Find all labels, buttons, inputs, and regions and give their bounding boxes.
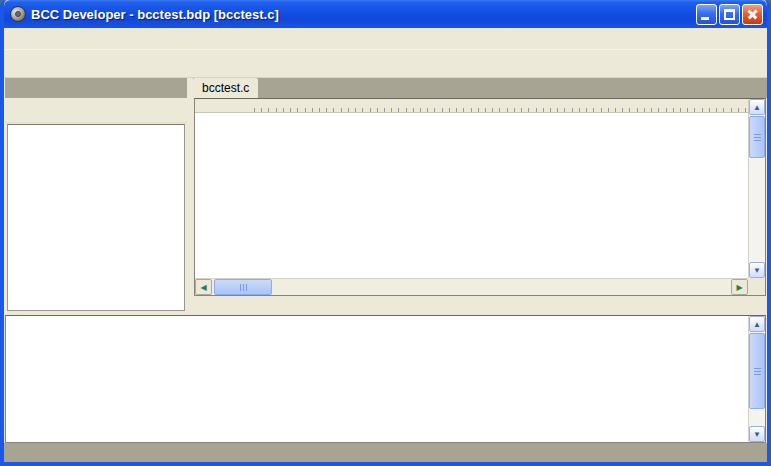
build-output-text (6, 316, 748, 442)
editor-vertical-scrollbar[interactable]: ▲ ▼ (748, 99, 765, 278)
workspace: bcctest.c ▲ ▼ ◀ ▶ (4, 78, 767, 313)
output-tabs (4, 443, 767, 462)
scroll-down-icon[interactable]: ▼ (749, 262, 765, 278)
scrollbar-corner (748, 278, 765, 295)
scroll-left-icon[interactable]: ◀ (195, 279, 212, 295)
vertical-scroll-thumb[interactable] (749, 116, 765, 158)
horizontal-scroll-thumb[interactable] (214, 279, 272, 295)
scroll-right-icon[interactable]: ▶ (731, 279, 748, 295)
close-button[interactable] (742, 4, 763, 25)
main-toolbar (4, 50, 767, 78)
tab-bcctest-c[interactable]: bcctest.c (193, 78, 258, 98)
project-toolbar (5, 98, 187, 123)
editor-panel: bcctest.c ▲ ▼ ◀ ▶ (193, 78, 767, 313)
code-area[interactable] (195, 114, 748, 278)
menu-bar (4, 28, 767, 50)
scroll-down-icon[interactable]: ▼ (749, 426, 765, 442)
scroll-up-icon[interactable]: ▲ (749, 316, 765, 332)
output-vertical-scrollbar[interactable]: ▲ ▼ (748, 316, 765, 442)
project-panel (4, 78, 187, 313)
editor-tabs: bcctest.c (193, 78, 767, 98)
editor-status-bar (193, 296, 767, 313)
code-editor[interactable]: ▲ ▼ ◀ ▶ (194, 98, 766, 296)
project-tree[interactable] (7, 124, 185, 311)
app-gear-icon (10, 6, 26, 22)
minimize-button[interactable] (696, 4, 717, 25)
title-bar[interactable]: BCC Developer - bcctest.bdp [bcctest.c] (4, 0, 767, 28)
bcc-developer-window: BCC Developer - bcctest.bdp [bcctest.c] … (0, 0, 771, 466)
scroll-up-icon[interactable]: ▲ (749, 99, 765, 115)
project-panel-tabs (5, 78, 187, 98)
output-panel: ▲ ▼ (4, 313, 767, 443)
column-ruler (195, 99, 748, 113)
minimize-icon (701, 17, 709, 20)
editor-horizontal-scrollbar[interactable]: ◀ ▶ (195, 278, 748, 295)
build-output[interactable]: ▲ ▼ (5, 315, 766, 443)
window-title: BCC Developer - bcctest.bdp [bcctest.c] (31, 7, 696, 22)
maximize-button[interactable] (719, 4, 740, 25)
vertical-scroll-thumb[interactable] (749, 333, 765, 409)
maximize-icon (724, 9, 735, 20)
